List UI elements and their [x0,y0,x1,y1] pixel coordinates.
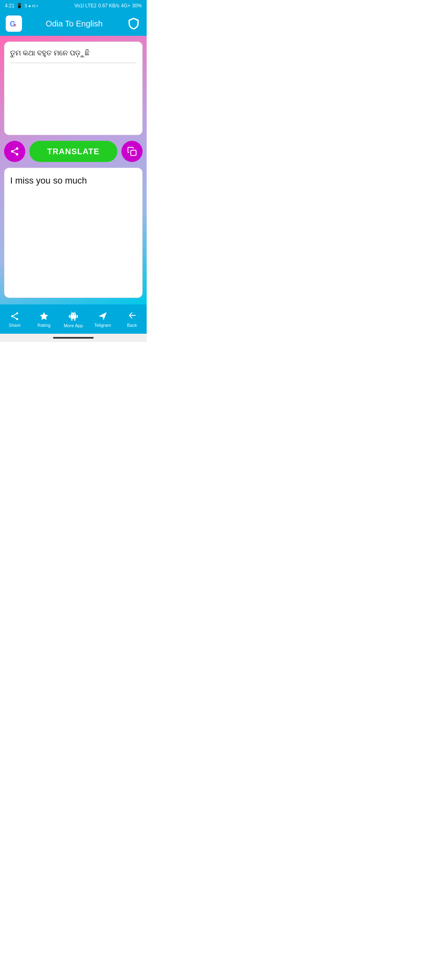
time: 4:21 [5,3,14,9]
nav-label-telegram: Teligram [94,323,111,328]
input-divider [10,63,136,63]
svg-line-20 [75,312,75,313]
svg-point-17 [72,314,73,315]
translate-button[interactable]: TRANSLATE [29,141,117,162]
shield-icon[interactable] [126,16,141,31]
share-button[interactable] [4,141,25,162]
network-type: Vo1l LTE2 [74,3,96,9]
status-bar: 4:21 📱 S ● m • Vo1l LTE2 0.67 KB/s 4G+ 3… [0,0,147,11]
nav-label-more-app: More App [64,323,83,328]
svg-point-18 [74,314,75,315]
output-box: I miss you so much [4,168,143,298]
nav-item-more-app[interactable]: More App [61,311,86,328]
svg-marker-25 [99,312,107,320]
svg-line-6 [13,152,16,154]
svg-line-7 [13,149,16,151]
bottom-nav: Share Rating [0,304,147,334]
nav-item-back[interactable]: Back [120,311,144,328]
svg-point-4 [11,150,13,153]
svg-rect-22 [77,315,78,318]
svg-point-5 [16,153,18,155]
send-nav-icon [98,311,108,321]
input-text[interactable]: ତୁମ କଥା ବହୁତ ମନେ ପଡ଼ୁଛି [10,48,136,59]
back-nav-icon [127,311,137,321]
svg-marker-14 [40,312,48,320]
battery: 30% [132,3,142,9]
svg-rect-8 [131,150,136,155]
app-logo: G x [6,15,22,32]
svg-point-9 [16,313,18,315]
input-box[interactable]: ତୁମ କଥା ବହୁତ ମନେ ପଡ଼ୁଛି [4,42,143,135]
nav-item-rating[interactable]: Rating [32,311,56,328]
share-nav-icon [10,311,20,321]
svg-line-12 [13,317,16,319]
copy-button[interactable] [121,141,143,162]
nav-label-share: Share [9,323,20,328]
nav-item-telegram[interactable]: Teligram [90,311,115,328]
whatsapp-icon: 📱 [16,3,22,9]
connection: 4G+ [121,3,130,9]
svg-text:x: x [14,22,17,27]
svg-point-3 [16,147,18,150]
signal-icons: S ● m • [24,4,38,8]
svg-rect-16 [70,315,76,319]
svg-rect-21 [69,315,70,318]
top-bar: G x Odia To English [0,11,147,36]
svg-point-10 [11,315,13,317]
svg-rect-24 [74,319,75,321]
status-left: 4:21 📱 S ● m • [5,3,38,9]
speed: 0.67 KB/s [98,3,119,9]
svg-point-11 [16,318,18,320]
main-content: ତୁମ କଥା ବହୁତ ମନେ ପଡ଼ୁଛି TRANSLATE I miss… [0,36,147,304]
svg-line-19 [71,312,72,313]
nav-label-rating: Rating [37,323,51,328]
nav-label-back: Back [127,323,137,328]
action-buttons-row: TRANSLATE [4,141,143,162]
svg-line-13 [13,314,16,316]
home-indicator [0,334,147,342]
star-nav-icon [39,311,49,321]
android-nav-icon [68,311,78,322]
nav-item-share[interactable]: Share [2,311,27,328]
output-text: I miss you so much [10,174,136,187]
svg-rect-23 [71,319,73,321]
home-indicator-bar [53,337,94,339]
page-title: Odia To English [22,19,126,28]
status-right: Vo1l LTE2 0.67 KB/s 4G+ 30% [74,3,142,9]
